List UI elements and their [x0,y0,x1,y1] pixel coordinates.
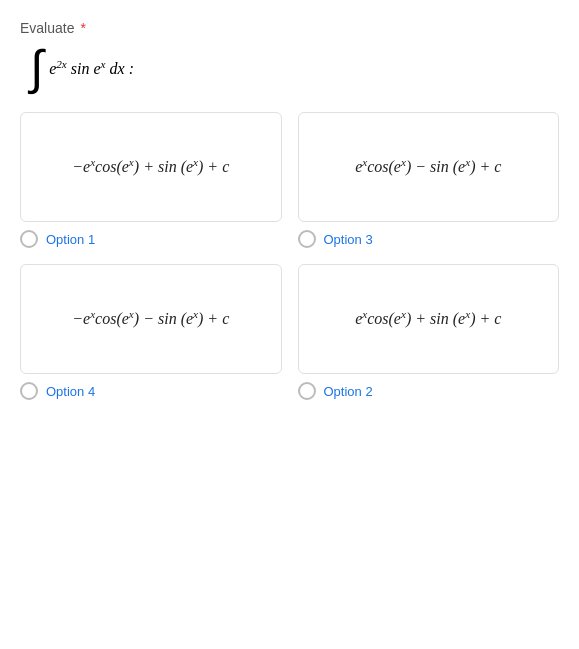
required-marker: * [80,20,85,36]
option-group-1: −excos(ex) + sin (ex) + c Option 1 [20,112,282,248]
option-label-2[interactable]: Option 2 [324,384,373,399]
option-radio-row-2: Option 2 [298,382,560,400]
evaluate-text: Evaluate [20,20,74,36]
option-label-4[interactable]: Option 4 [46,384,95,399]
option-card-4[interactable]: −excos(ex) − sin (ex) + c [20,264,282,374]
option-label-3[interactable]: Option 3 [324,232,373,247]
option-radio-row-1: Option 1 [20,230,282,248]
option-radio-2[interactable] [298,382,316,400]
option-label-1[interactable]: Option 1 [46,232,95,247]
option-radio-3[interactable] [298,230,316,248]
option-radio-1[interactable] [20,230,38,248]
option-card-3[interactable]: excos(ex) − sin (ex) + c [298,112,560,222]
option-radio-row-3: Option 3 [298,230,560,248]
option-group-4: −excos(ex) − sin (ex) + c Option 4 [20,264,282,400]
options-grid: −excos(ex) + sin (ex) + c Option 1 excos… [20,112,559,400]
integral-expression: e2x sin ex dx : [49,58,134,78]
integral-symbol: ∫ [30,44,43,92]
option-radio-4[interactable] [20,382,38,400]
option-group-2: excos(ex) + sin (ex) + c Option 2 [298,264,560,400]
option-math-4: −excos(ex) − sin (ex) + c [72,306,229,332]
integral-display: ∫ e2x sin ex dx : [20,44,559,92]
option-math-2: excos(ex) + sin (ex) + c [355,306,501,332]
evaluate-label: Evaluate * [20,20,559,36]
option-math-1: −excos(ex) + sin (ex) + c [72,154,229,180]
option-radio-row-4: Option 4 [20,382,282,400]
option-card-2[interactable]: excos(ex) + sin (ex) + c [298,264,560,374]
option-math-3: excos(ex) − sin (ex) + c [355,154,501,180]
option-card-1[interactable]: −excos(ex) + sin (ex) + c [20,112,282,222]
option-group-3: excos(ex) − sin (ex) + c Option 3 [298,112,560,248]
